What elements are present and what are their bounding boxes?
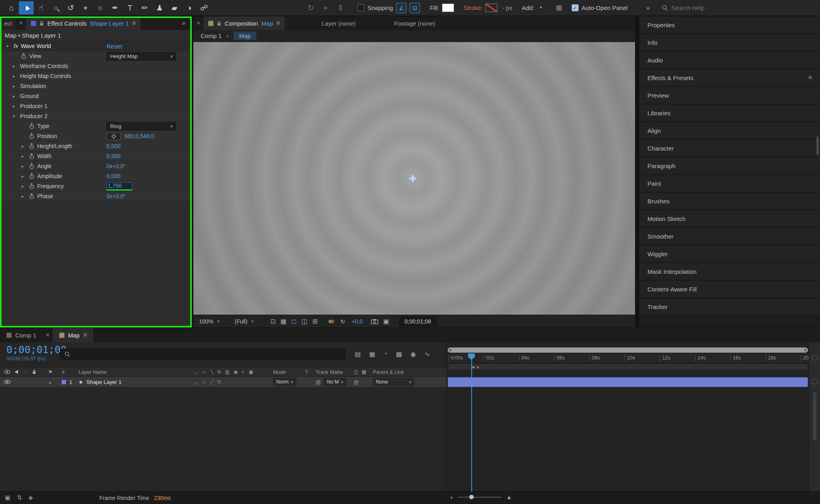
draft-3d-icon[interactable]: ▦: [369, 350, 375, 358]
caret-right-icon[interactable]: ▸: [13, 94, 17, 99]
toggle-inout-pane-icon[interactable]: ◈: [28, 494, 33, 501]
stopwatch-icon[interactable]: [29, 133, 34, 139]
caret-right-icon[interactable]: ▸: [22, 194, 26, 199]
fast-previews-icon[interactable]: ⊡: [270, 317, 275, 325]
shy-layers-icon[interactable]: ◔: [384, 350, 388, 358]
stopwatch-icon[interactable]: [21, 53, 26, 59]
position-target-button[interactable]: [107, 133, 121, 140]
project-tab-fragment[interactable]: ect: [0, 16, 16, 30]
stopwatch-icon[interactable]: [29, 123, 34, 129]
mini-flowchart-icon[interactable]: ▤: [355, 350, 361, 358]
caret-right-icon[interactable]: ▸: [13, 74, 17, 79]
layer-color-chip[interactable]: [62, 380, 66, 384]
brush-tool-button[interactable]: ✏: [137, 1, 152, 14]
dock-item-tracker[interactable]: Tracker: [639, 298, 820, 316]
width-value[interactable]: 0,500: [107, 153, 121, 159]
label-column-icon[interactable]: ⚑: [42, 369, 59, 375]
dock-item-properties[interactable]: Properties: [639, 16, 820, 34]
layer-name-cell[interactable]: ★ Shape Layer 1: [78, 379, 189, 385]
selection-tool-button[interactable]: ▶: [19, 1, 34, 14]
layer-options-icon[interactable]: [812, 379, 818, 384]
preserve-transparency-column-header[interactable]: T: [305, 369, 316, 375]
reset-link[interactable]: Reset: [107, 43, 122, 50]
layer-quality-icon[interactable]: ╱: [210, 379, 213, 385]
layer-row-shape-layer-1[interactable]: ▸ 1 ★ Shape Layer 1 ◡ ☼ ╱ fx: [0, 377, 446, 388]
property-row-position[interactable]: Position 960,0,540,0: [0, 131, 191, 141]
dock-item-brushes[interactable]: Brushes: [639, 193, 820, 210]
add-shape-icon[interactable]: ◔: [538, 4, 542, 11]
amplitude-value[interactable]: 0,000: [107, 173, 121, 179]
current-time-indicator-line[interactable]: [471, 353, 472, 492]
dolly-camera-tool-button[interactable]: ⇕: [333, 1, 348, 14]
panel-overflow-icon[interactable]: »: [177, 16, 191, 30]
panel-menu-icon[interactable]: ≡: [808, 74, 812, 81]
view-dropdown[interactable]: Height Map▾: [107, 52, 176, 60]
layer-duration-bar[interactable]: [448, 377, 808, 387]
caret-right-icon[interactable]: ▸: [22, 144, 26, 149]
open-panel-icon[interactable]: ⊞: [556, 4, 562, 12]
shy-switch-icon[interactable]: ◡: [194, 369, 198, 375]
zoom-in-icon[interactable]: ▲: [506, 494, 512, 500]
stroke-color-swatch[interactable]: [485, 4, 497, 12]
stopwatch-icon[interactable]: [29, 163, 34, 169]
close-tab-icon[interactable]: ×: [193, 16, 203, 30]
breadcrumb-current-comp[interactable]: Map: [233, 32, 256, 40]
collapse-switch-icon[interactable]: ☼: [202, 369, 206, 375]
zoom-tool-button[interactable]: ○: [48, 1, 63, 14]
quality-switch-icon[interactable]: ╲: [210, 369, 213, 375]
dock-item-align[interactable]: Align: [639, 122, 820, 140]
puppet-pin-tool-button[interactable]: ☍: [197, 1, 211, 14]
caret-right-icon[interactable]: ▸: [13, 104, 17, 109]
dock-item-info[interactable]: Info: [639, 34, 820, 52]
dock-item-character[interactable]: Character: [639, 140, 820, 157]
close-tab-icon[interactable]: ×: [16, 16, 26, 30]
property-group-producer-2[interactable]: ▾Producer 2: [0, 111, 191, 121]
reset-exposure-icon[interactable]: ↻: [340, 319, 345, 324]
motion-blur-icon[interactable]: ◉: [410, 350, 416, 358]
dock-item-motion-sketch[interactable]: Motion Sketch: [639, 210, 820, 228]
composition-marker[interactable]: [472, 366, 474, 368]
property-row-view[interactable]: View Height Map▾: [0, 51, 191, 61]
three-d-switch-icon[interactable]: ▣: [249, 369, 253, 375]
property-row-angle[interactable]: ▸Angle 0x+0,0°: [0, 161, 191, 171]
snap-option-button-1[interactable]: ∠: [396, 3, 406, 13]
composition-viewport[interactable]: [193, 42, 635, 315]
zoom-slider[interactable]: [458, 497, 501, 498]
caret-right-icon[interactable]: ▸: [22, 154, 26, 159]
property-group-producer-1[interactable]: ▸Producer 1: [0, 101, 191, 111]
composition-tab[interactable]: Composition Map ≡: [203, 16, 285, 30]
footage-viewer-tab[interactable]: Footage (none): [394, 16, 435, 30]
stopwatch-icon[interactable]: [29, 173, 34, 179]
dock-item-content-aware-fill[interactable]: Content-Aware Fill: [639, 281, 820, 298]
search-help-field[interactable]: [662, 4, 766, 11]
matte-pickwhip-icon[interactable]: @: [316, 379, 321, 385]
property-group-simulation[interactable]: ▸Simulation: [0, 81, 191, 91]
stopwatch-icon[interactable]: [29, 143, 34, 149]
region-of-interest-icon[interactable]: ◫: [301, 317, 308, 325]
collapse-caret-icon[interactable]: ▾: [6, 44, 11, 49]
lock-column-icon[interactable]: [32, 369, 36, 374]
resolution-dropdown[interactable]: (Full)▾: [235, 318, 260, 325]
caret-right-icon[interactable]: ▸: [22, 184, 26, 189]
caret-down-icon[interactable]: ▾: [13, 114, 17, 119]
caret-right-icon[interactable]: ▸: [22, 174, 26, 179]
breadcrumb-comp-name[interactable]: Comp 1: [201, 32, 222, 39]
work-area-bar[interactable]: [448, 363, 808, 370]
exposure-control[interactable]: ↻+0,0: [340, 318, 366, 325]
layer-expand-caret-icon[interactable]: ▸: [49, 380, 52, 385]
snapping-checkbox[interactable]: Snapping: [358, 4, 393, 11]
position-value[interactable]: 960,0,540,0: [125, 133, 154, 139]
property-row-phase[interactable]: ▸Phase 0x+0,0°: [0, 191, 191, 201]
type-tool-button[interactable]: T: [123, 1, 137, 14]
layer-collapse-icon[interactable]: ☼: [202, 379, 206, 385]
layer-fx-icon[interactable]: fx: [217, 379, 221, 385]
property-row-height-length[interactable]: ▸Height/Length 0,500: [0, 141, 191, 151]
dock-item-paragraph[interactable]: Paragraph: [639, 157, 820, 175]
toolbar-overflow-icon[interactable]: »: [646, 4, 651, 11]
pan-camera-tool-button[interactable]: ⌖: [318, 1, 333, 14]
roto-brush-tool-button[interactable]: ◑: [182, 1, 197, 14]
eraser-tool-button[interactable]: ▰: [167, 1, 182, 14]
property-group-ground[interactable]: ▸Ground: [0, 91, 191, 101]
magnification-dropdown[interactable]: 100%▾: [199, 318, 225, 325]
take-snapshot-icon[interactable]: [371, 319, 378, 324]
